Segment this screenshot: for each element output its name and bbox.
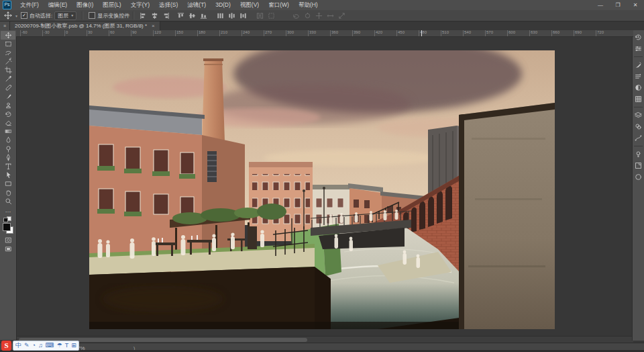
distribute-spacing-icon[interactable]	[256, 11, 264, 20]
document-artwork[interactable]	[89, 50, 555, 329]
spot-healing-brush-tool[interactable]	[1, 83, 15, 92]
horizontal-ruler[interactable]: -60-300306090120150180210240270300330360…	[16, 30, 633, 37]
input-mode-icon[interactable]: 中	[15, 341, 21, 350]
auto-select-checkbox[interactable]: ✓	[21, 12, 28, 19]
crop-tool[interactable]	[1, 66, 15, 75]
maximize-button[interactable]: ❐	[609, 0, 627, 10]
ruler-tick	[308, 30, 309, 36]
edit-toolbar-icon[interactable]: …	[1, 206, 15, 214]
learn-panel-icon[interactable]	[633, 149, 643, 159]
align-right-edges-icon[interactable]	[162, 11, 170, 20]
distribute-left-edges-icon[interactable]	[216, 11, 225, 20]
keyboard-icon[interactable]: ⌨	[46, 341, 54, 350]
menu-help[interactable]: 帮助(H)	[294, 0, 323, 10]
pen-tool[interactable]	[1, 153, 15, 162]
properties-panel-icon[interactable]	[633, 161, 643, 171]
menu-bar: Ps 文件(F) 编辑(E) 图像(I) 图层(L) 文字(Y) 选择(S) 滤…	[0, 0, 644, 10]
distribute-horizontal-centers-icon[interactable]	[227, 11, 236, 20]
channels-panel-icon[interactable]	[633, 122, 643, 132]
screen-mode-button[interactable]	[1, 245, 15, 253]
ruler-tick-label: 360	[331, 30, 338, 34]
3d-scale-icon[interactable]	[337, 11, 346, 20]
gradient-tool[interactable]	[1, 127, 15, 136]
menu-select[interactable]: 选择(S)	[154, 0, 182, 10]
history-panel-icon[interactable]	[633, 32, 643, 42]
skin-icon[interactable]: ☂	[57, 341, 62, 350]
layers-panel-icon[interactable]	[633, 110, 643, 120]
default-colors-icon[interactable]	[3, 216, 13, 222]
eraser-tool[interactable]	[1, 118, 15, 127]
move-tool-icon[interactable]	[3, 11, 13, 20]
minimize-button[interactable]: —	[592, 0, 609, 10]
menu-type[interactable]: 文字(Y)	[126, 0, 154, 10]
adjustments-panel-icon[interactable]	[633, 172, 643, 182]
toolbox-icon[interactable]: T	[65, 341, 69, 350]
rectangular-marquee-tool[interactable]	[1, 40, 15, 48]
clone-stamp-tool[interactable]	[1, 101, 15, 109]
grid-icon[interactable]: ⊞	[71, 341, 76, 350]
menu-window[interactable]: 窗口(W)	[264, 0, 294, 10]
ruler-tick	[463, 30, 464, 36]
menu-file[interactable]: 文件(F)	[15, 0, 44, 10]
close-button[interactable]: ✕	[627, 0, 644, 10]
eyedropper-tool[interactable]	[1, 75, 15, 83]
menu-image[interactable]: 图像(I)	[72, 0, 98, 10]
menu-filter[interactable]: 滤镜(T)	[182, 0, 211, 10]
horizontal-type-tool[interactable]	[1, 162, 15, 171]
foreground-color-swatch[interactable]	[3, 223, 11, 231]
ruler-tick-label: -60	[21, 30, 28, 34]
foreground-background-swatches[interactable]	[3, 223, 13, 234]
ruler-tick-label: 30	[88, 30, 93, 34]
ruler-tick	[131, 30, 131, 36]
align-top-edges-icon[interactable]	[176, 11, 185, 20]
ruler-tick	[241, 30, 242, 36]
adjustments-sliders-panel-icon[interactable]	[633, 44, 643, 54]
emoji-icon[interactable]: ◔	[32, 341, 36, 350]
magic-wand-tool[interactable]	[1, 57, 15, 66]
hand-tool[interactable]	[1, 188, 15, 197]
rectangle-shape-tool[interactable]	[1, 179, 15, 188]
voice-icon[interactable]: ♫	[38, 341, 43, 350]
brush-tool[interactable]	[1, 92, 15, 101]
align-horizontal-centers-icon[interactable]	[150, 11, 159, 20]
move-tool[interactable]	[1, 31, 15, 40]
menu-edit[interactable]: 编辑(E)	[44, 0, 72, 10]
document-tab[interactable]: 20200709-制图小教室.psb @ 14.7% (图层 31, RGB/8…	[10, 21, 160, 30]
quick-mask-mode-button[interactable]	[1, 236, 15, 245]
sogou-logo-icon[interactable]: S	[1, 341, 11, 351]
menu-layer[interactable]: 图层(L)	[98, 0, 125, 10]
brush-presets-panel-icon[interactable]	[633, 71, 643, 81]
ruler-tick	[219, 30, 220, 36]
blur-tool[interactable]	[1, 136, 15, 144]
menu-3d[interactable]: 3D(D)	[211, 0, 235, 10]
sogou-tray: 中 ✎ ◔ ♫ ⌨ ☂ T ⊞	[13, 341, 79, 351]
tool-options-bar: ▾ ✓ 自动选择: 图层 ▾ 显示变换控件	[0, 10, 644, 21]
brush-settings-panel-icon[interactable]	[633, 60, 643, 70]
history-brush-tool[interactable]	[1, 109, 15, 118]
distribute-right-edges-icon[interactable]	[239, 11, 248, 20]
tab-close-icon[interactable]: ×	[152, 21, 155, 30]
3d-slide-icon[interactable]	[326, 11, 335, 20]
menu-view[interactable]: 视图(V)	[235, 0, 264, 10]
3d-roll-icon[interactable]	[303, 11, 312, 20]
tool-preset-caret-icon[interactable]: ▾	[15, 13, 17, 18]
path-selection-tool[interactable]	[1, 171, 15, 179]
show-transform-checkbox[interactable]	[89, 12, 95, 19]
align-bottom-edges-icon[interactable]	[199, 11, 208, 20]
tab-bar-menu-icon[interactable]: ≡	[0, 21, 10, 30]
handwriting-icon[interactable]: ✎	[24, 341, 30, 350]
swatches-panel-icon[interactable]	[633, 94, 643, 104]
align-vertical-centers-icon[interactable]	[188, 11, 197, 20]
3d-drag-icon[interactable]	[315, 11, 323, 20]
auto-select-target-dropdown[interactable]: 图层 ▾	[54, 11, 76, 20]
ruler-tick-label: 630	[531, 30, 537, 34]
paths-panel-icon[interactable]	[633, 133, 643, 143]
dodge-tool[interactable]	[1, 144, 15, 153]
ruler-tick-label: -30	[44, 30, 50, 34]
3d-rotate-icon[interactable]	[292, 11, 301, 20]
align-left-edges-icon[interactable]	[139, 11, 148, 20]
lasso-tool[interactable]	[1, 48, 15, 57]
align-to-selection-icon[interactable]	[267, 11, 276, 20]
color-panel-icon[interactable]	[633, 83, 643, 93]
zoom-tool[interactable]	[1, 197, 15, 206]
